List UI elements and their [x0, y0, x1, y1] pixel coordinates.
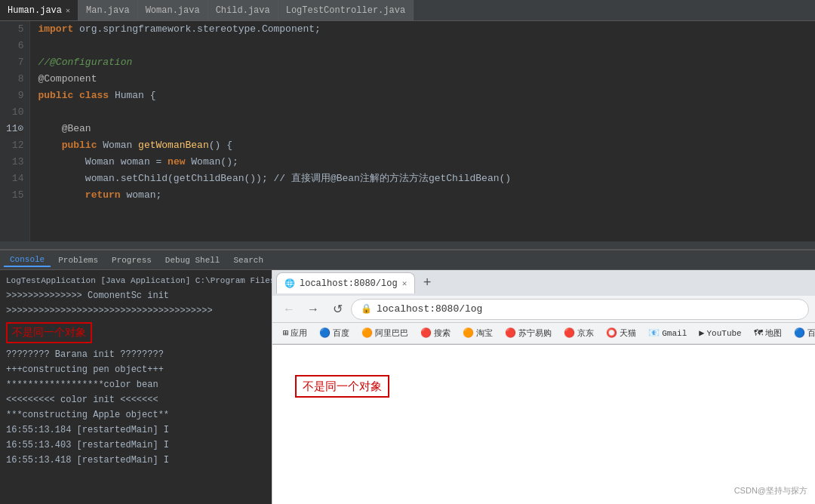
editor-area: Human.java ✕ Man.java Woman.java Child.j…: [0, 0, 815, 249]
browser-address-bar[interactable]: 🔒 localhost:8080/log: [351, 299, 809, 320]
bookmark-map-label: 地图: [765, 326, 782, 341]
ln-14: 14: [6, 171, 23, 187]
bookmark-gmail-icon: 📧: [648, 326, 660, 341]
tab-human-java[interactable]: Human.java ✕: [0, 0, 78, 20]
code-editor: 5 6 7 8 9 10 11⊙ 12 13 14 15 import org.…: [0, 21, 815, 241]
code-line-8: @Component: [38, 71, 807, 88]
bookmark-suning-label: 苏宁易购: [518, 326, 552, 341]
ln-7: 7: [6, 54, 23, 71]
console-tab-debug-shell[interactable]: Debug Shell: [159, 254, 226, 266]
ln-15: 15: [6, 187, 23, 204]
browser-tab-favicon: 🌐: [284, 276, 295, 291]
browser-page-red-box: 不是同一个对象: [295, 375, 389, 398]
bookmark-tianmao-label: 天猫: [620, 326, 636, 341]
tab-child-java-label: Child.java: [216, 5, 270, 16]
bookmark-tianmao-icon: ⭕: [606, 326, 617, 341]
code-line-5: import org.springframework.stereotype.Co…: [38, 21, 807, 38]
tab-woman-java-label: Woman.java: [146, 5, 200, 16]
console-tab-progress-label: Progress: [112, 256, 152, 265]
bookmark-youtube-icon: ▶: [699, 326, 704, 341]
bookmark-jd-label: 京东: [577, 326, 594, 341]
bookmark-taobao-label: 淘宝: [476, 326, 493, 341]
browser-page-body: 不是同一个对象: [272, 345, 412, 420]
code-line-14: woman.setChild(getChildBean()); // 直接调用@…: [38, 171, 807, 187]
console-tab-debug-shell-label: Debug Shell: [165, 256, 220, 265]
console-tab-progress[interactable]: Progress: [106, 254, 158, 266]
browser-refresh-button[interactable]: ↺: [327, 299, 348, 320]
tab-log-controller[interactable]: LogTestController.java: [278, 0, 414, 20]
browser-new-tab-button[interactable]: +: [417, 272, 438, 293]
bookmarks-bar: ⊞ 应用 🔵 百度 🟠 阿里巴巴 🔴 搜索: [272, 323, 815, 344]
browser-url: localhost:8080/log: [377, 302, 482, 317]
bookmark-taobao[interactable]: 🟠 淘宝: [458, 324, 497, 343]
console-tab-problems[interactable]: Problems: [52, 254, 104, 266]
console-tab-search[interactable]: Search: [227, 254, 269, 266]
code-line-7: //@Configuration: [38, 54, 807, 71]
tab-child-java[interactable]: Child.java: [208, 0, 278, 20]
browser-forward-button[interactable]: →: [303, 299, 324, 320]
browser-back-button[interactable]: ←: [278, 299, 300, 320]
browser-page-content-area: 不是同一个对象 CSDN@坚持与探方: [272, 345, 815, 504]
bottom-panel: Console Problems Progress Debug Shell Se…: [0, 249, 815, 504]
close-human-java-icon[interactable]: ✕: [66, 6, 70, 15]
bookmark-search-label: 搜索: [434, 326, 451, 341]
bookmark-apps-icon: ⊞: [283, 326, 288, 341]
bookmark-suning-icon: 🔴: [505, 326, 516, 341]
ln-8: 8: [6, 71, 23, 88]
bookmark-youtube-label: YouTube: [706, 326, 741, 341]
ln-5: 5: [6, 21, 23, 38]
code-line-15: return woman;: [38, 187, 807, 204]
tab-man-java-label: Man.java: [86, 5, 130, 16]
ln-12: 12: [6, 137, 23, 154]
browser-page-red-box-container: 不是同一个对象: [295, 375, 389, 398]
bookmark-tianmao[interactable]: ⭕ 天猫: [601, 324, 641, 343]
bookmark-suning[interactable]: 🔴 苏宁易购: [500, 324, 556, 343]
bookmark-baidu2[interactable]: 🔵 百度-: [789, 324, 815, 343]
ln-11: 11⊙: [6, 121, 23, 137]
ln-9: 9: [6, 88, 23, 104]
bookmark-gmail[interactable]: 📧 Gmail: [644, 324, 691, 343]
browser-tab-title: localhost:8080/log: [300, 276, 398, 291]
bookmark-apps[interactable]: ⊞ 应用: [278, 324, 312, 343]
tab-woman-java[interactable]: Woman.java: [138, 0, 208, 20]
browser-tab-close-icon[interactable]: ✕: [402, 276, 408, 291]
browser-chrome: 🌐 localhost:8080/log ✕ + ← → ↺ 🔒 localho…: [272, 270, 815, 345]
code-line-11: @Bean: [38, 121, 807, 137]
bookmark-map[interactable]: 🗺 地图: [749, 324, 786, 343]
console-tab-console[interactable]: Console: [4, 254, 51, 267]
code-line-12: public Woman getWomanBean() {: [38, 137, 807, 154]
ln-13: 13: [6, 154, 23, 171]
console-tab-problems-label: Problems: [58, 256, 98, 265]
bookmark-baidu2-label: 百度-: [807, 326, 815, 341]
bookmark-gmail-label: Gmail: [662, 326, 687, 341]
bookmark-search[interactable]: 🔴 搜索: [416, 324, 455, 343]
browser-tabs-row: 🌐 localhost:8080/log ✕ +: [272, 270, 815, 296]
editor-tab-bar: Human.java ✕ Man.java Woman.java Child.j…: [0, 0, 815, 21]
bookmark-alibaba[interactable]: 🟠 阿里巴巴: [357, 324, 413, 343]
code-lines[interactable]: import org.springframework.stereotype.Co…: [30, 21, 815, 241]
code-line-9: public class Human {: [38, 88, 807, 104]
line-numbers: 5 6 7 8 9 10 11⊙ 12 13 14 15: [0, 21, 30, 241]
browser-tab-active[interactable]: 🌐 localhost:8080/log ✕: [276, 272, 415, 293]
console-tab-search-label: Search: [233, 256, 263, 265]
bookmark-youtube[interactable]: ▶ YouTube: [694, 324, 746, 343]
browser-window: 🌐 localhost:8080/log ✕ + ← → ↺ 🔒 localho…: [272, 270, 815, 504]
ln-10: 10: [6, 104, 23, 121]
console-content: LogTestApplication [Java Application] C:…: [0, 270, 815, 504]
tab-log-controller-label: LogTestController.java: [286, 5, 405, 16]
tab-man-java[interactable]: Man.java: [78, 0, 138, 20]
bookmark-baidu2-icon: 🔵: [794, 326, 805, 341]
bookmark-alibaba-label: 阿里巴巴: [375, 326, 408, 341]
bookmark-search-icon: 🔴: [420, 326, 432, 341]
code-line-10: [38, 104, 807, 121]
browser-nav-row: ← → ↺ 🔒 localhost:8080/log: [272, 296, 815, 323]
console-tab-console-label: Console: [10, 255, 45, 264]
bookmark-jd[interactable]: 🔴 京东: [559, 324, 598, 343]
bookmark-baidu[interactable]: 🔵 百度: [315, 324, 354, 343]
code-line-6: [38, 38, 807, 54]
code-line-13: Woman woman = new Woman();: [38, 154, 807, 171]
editor-scrollbar[interactable]: [0, 241, 815, 249]
bookmark-taobao-icon: 🟠: [463, 326, 474, 341]
bookmark-alibaba-icon: 🟠: [361, 326, 373, 341]
csdn-watermark: CSDN@坚持与探方: [734, 483, 807, 498]
